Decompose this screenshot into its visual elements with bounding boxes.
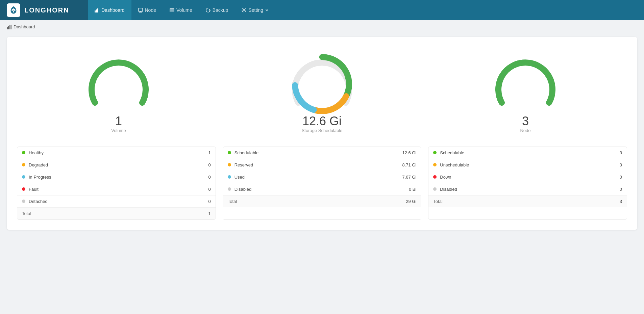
storage-gauge-container: 12.6 Gi Storage Schedulable	[220, 50, 424, 133]
node-gauge-value: 3	[520, 114, 530, 128]
storage-stat-schedulable: Schedulable 12.6 Gi	[223, 147, 421, 159]
healthy-value: 1	[208, 150, 210, 155]
volume-gauge-container: 1 Volume	[17, 50, 220, 133]
storage-reserved-value: 8.71 Gi	[402, 162, 416, 167]
node-schedulable-label: Schedulable	[440, 150, 619, 155]
svg-rect-2	[96, 9, 97, 12]
main-nav: Dashboard Node Volume Backup	[88, 0, 275, 20]
svg-rect-4	[99, 8, 99, 12]
storage-gauge-center: 12.6 Gi Storage Schedulable	[302, 114, 343, 133]
volume-stats-table: Healthy 1 Degraded 0 In Progress 0 Fault…	[17, 147, 216, 220]
node-disabled-label: Disabled	[440, 187, 619, 192]
volume-icon	[170, 8, 174, 12]
nav-dashboard[interactable]: Dashboard	[88, 0, 131, 20]
volume-stat-healthy: Healthy 1	[17, 147, 216, 159]
storage-used-value: 7.67 Gi	[402, 175, 416, 180]
svg-point-0	[13, 11, 14, 12]
fault-value: 0	[208, 187, 210, 192]
svg-rect-14	[9, 25, 10, 29]
storage-schedulable-label: Schedulable	[234, 150, 402, 155]
node-icon	[138, 8, 143, 12]
storage-used-dot	[228, 175, 231, 179]
svg-rect-5	[139, 8, 143, 11]
volume-stat-total: Total 1	[17, 208, 216, 219]
backup-icon	[206, 8, 210, 12]
svg-rect-15	[11, 25, 11, 29]
degraded-dot	[22, 163, 25, 166]
volume-gauge-label: Volume	[111, 128, 126, 133]
node-disabled-dot	[433, 187, 437, 191]
nav-node[interactable]: Node	[131, 0, 163, 20]
node-unschedulable-label: Unschedulable	[440, 162, 619, 167]
storage-stats-table: Schedulable 12.6 Gi Reserved 8.71 Gi Use…	[223, 147, 422, 220]
svg-rect-6	[140, 11, 141, 12]
main-content: 1 Volume	[0, 33, 644, 237]
svg-rect-13	[8, 26, 9, 29]
volume-stat-fault: Fault 0	[17, 183, 216, 195]
node-gauge-center: 3 Node	[520, 114, 530, 133]
node-stat-down: Down 0	[428, 171, 627, 183]
breadcrumb-icon	[7, 25, 11, 29]
logo-text: LONGHORN	[24, 6, 69, 14]
detached-dot	[22, 200, 25, 203]
storage-schedulable-value: 12.6 Gi	[402, 150, 416, 155]
storage-stat-disabled: Disabled 0 Bi	[223, 183, 421, 195]
storage-disabled-dot	[228, 187, 231, 191]
inprogress-value: 0	[208, 175, 210, 180]
storage-stat-reserved: Reserved 8.71 Gi	[223, 159, 421, 171]
storage-disabled-value: 0 Bi	[409, 187, 416, 192]
nav-backup[interactable]: Backup	[199, 0, 235, 20]
logo-icon	[7, 3, 20, 17]
node-stat-disabled: Disabled 0	[428, 183, 627, 195]
volume-stat-degraded: Degraded 0	[17, 159, 216, 171]
node-unschedulable-dot	[433, 163, 437, 166]
storage-reserved-label: Reserved	[234, 162, 402, 167]
stats-row: Healthy 1 Degraded 0 In Progress 0 Fault…	[17, 143, 627, 220]
node-stat-schedulable: Schedulable 3	[428, 147, 627, 159]
nav-setting[interactable]: Setting	[235, 0, 275, 20]
node-gauge-container: 3 Node	[424, 50, 627, 133]
node-total-value: 3	[620, 199, 622, 204]
setting-icon	[242, 8, 246, 12]
svg-point-11	[243, 9, 245, 11]
inprogress-label: In Progress	[29, 175, 208, 180]
svg-rect-12	[7, 27, 8, 29]
storage-gauge-value: 12.6 Gi	[302, 114, 343, 128]
nav-volume[interactable]: Volume	[163, 0, 199, 20]
chevron-down-icon	[265, 8, 269, 12]
degraded-label: Degraded	[29, 162, 208, 167]
inprogress-dot	[22, 175, 25, 179]
node-down-value: 0	[620, 175, 622, 180]
node-stats-table: Schedulable 3 Unschedulable 0 Down 0 Dis…	[428, 147, 627, 220]
node-total-label: Total	[433, 199, 619, 204]
degraded-value: 0	[208, 162, 210, 167]
storage-used-label: Used	[234, 175, 402, 180]
node-unschedulable-value: 0	[620, 162, 622, 167]
breadcrumb: Dashboard	[0, 20, 644, 33]
node-down-dot	[433, 175, 437, 179]
detached-label: Detached	[29, 199, 208, 204]
storage-total-value: 29 Gi	[406, 199, 416, 204]
logo-section: LONGHORN	[0, 0, 88, 20]
volume-total-value: 1	[208, 211, 210, 216]
detached-value: 0	[208, 199, 210, 204]
node-gauge-svg	[492, 50, 559, 118]
volume-stat-detached: Detached 0	[17, 195, 216, 208]
healthy-label: Healthy	[29, 150, 208, 155]
breadcrumb-text: Dashboard	[14, 24, 35, 29]
storage-gauge-label: Storage Schedulable	[302, 128, 343, 133]
volume-gauge-value: 1	[111, 114, 126, 128]
dashboard-card: 1 Volume	[7, 37, 637, 230]
volume-total-label: Total	[22, 211, 208, 216]
svg-rect-1	[95, 10, 96, 12]
node-disabled-value: 0	[620, 187, 622, 192]
node-gauge-label: Node	[520, 128, 530, 133]
volume-stat-inprogress: In Progress 0	[17, 171, 216, 183]
node-down-label: Down	[440, 175, 619, 180]
node-schedulable-dot	[433, 151, 437, 154]
volume-gauge-center: 1 Volume	[111, 114, 126, 133]
storage-stat-used: Used 7.67 Gi	[223, 171, 421, 183]
header: LONGHORN Dashboard Node Volume	[0, 0, 644, 20]
fault-dot	[22, 187, 25, 191]
storage-disabled-label: Disabled	[234, 187, 409, 192]
